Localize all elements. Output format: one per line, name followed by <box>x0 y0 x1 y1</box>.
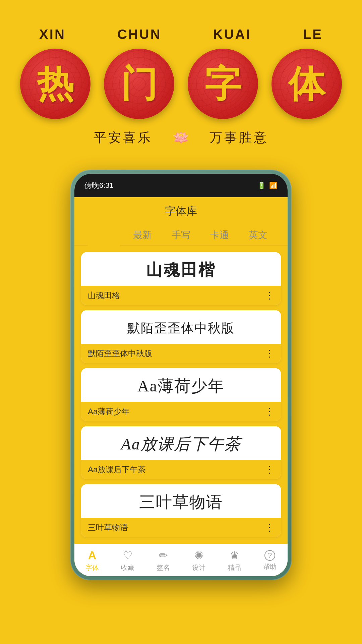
more-icon-2[interactable]: ⋮ <box>265 348 274 359</box>
font-card-2[interactable]: 默陌歪歪体中秋版 默陌歪歪体中秋版 ⋮ <box>81 310 281 363</box>
char-ti: 体 <box>288 65 325 102</box>
tabs-row[interactable]: 热门 最新 手写 卡通 英文 <box>74 222 288 246</box>
font-preview-3: Aa薄荷少年 <box>81 368 281 402</box>
blessings-row: 平安喜乐 🪷 万事胜意 <box>13 129 349 146</box>
status-icons: 🔋 📶 <box>257 181 278 190</box>
circle-zi: 字 <box>188 49 258 119</box>
bottom-nav: A 字体 ♡ 收藏 ✏ 签名 ✺ 设计 <box>74 544 288 576</box>
label-kuai: KUAI <box>213 27 251 42</box>
char-re: 热 <box>37 65 74 102</box>
nav-item-design[interactable]: ✺ 设计 <box>192 549 205 572</box>
nav-item-signature[interactable]: ✏ 签名 <box>157 549 170 572</box>
crown-icon: ♛ <box>230 549 239 562</box>
nav-item-premium[interactable]: ♛ 精品 <box>228 549 241 572</box>
font-name-5: 三叶草物语 <box>88 522 128 533</box>
font-card-footer-3: Aa薄荷少年 ⋮ <box>81 402 281 421</box>
battery-icon: 🔋 <box>257 181 266 190</box>
char-zi: 字 <box>204 65 241 102</box>
font-preview-text-1: 山魂田楷 <box>146 259 216 281</box>
tab-handwriting[interactable]: 手写 <box>165 225 197 245</box>
more-icon-5[interactable]: ⋮ <box>265 522 274 533</box>
fonts-icon: A <box>88 549 97 562</box>
font-card-footer-4: Aa放课后下午茶 ⋮ <box>81 460 281 479</box>
circle-ti: 体 <box>272 49 342 119</box>
font-preview-text-2: 默陌歪歪体中秋版 <box>127 320 235 337</box>
font-preview-text-3: Aa薄荷少年 <box>137 375 225 397</box>
more-icon-1[interactable]: ⋮ <box>265 290 274 301</box>
font-preview-1: 山魂田楷 <box>81 252 281 286</box>
more-icon-3[interactable]: ⋮ <box>265 406 274 417</box>
font-name-1: 山魂田格 <box>88 290 120 301</box>
font-preview-text-5: 三叶草物语 <box>139 491 223 513</box>
char-men: 门 <box>121 65 158 102</box>
label-xin: XIN <box>39 27 66 42</box>
font-card-footer-2: 默陌歪歪体中秋版 ⋮ <box>81 344 281 363</box>
font-cards-container: 山魂田楷 山魂田格 ⋮ 默陌歪歪体中秋版 默陌歪歪体中秋版 <box>74 246 288 544</box>
tab-cartoon[interactable]: 卡通 <box>203 225 236 245</box>
wifi-icon: 📶 <box>269 181 278 190</box>
circle-re: 热 <box>20 49 90 119</box>
font-card-footer-5: 三叶草物语 ⋮ <box>81 518 281 537</box>
phone-inner: 傍晚6:31 🔋 📶 字体库 热门 最新 手写 卡通 英文 <box>74 174 288 576</box>
nav-item-fonts[interactable]: A 字体 <box>85 549 99 572</box>
phone-wrapper: 傍晚6:31 🔋 📶 字体库 热门 最新 手写 卡通 英文 <box>0 160 362 600</box>
lotus-icon: 🪷 <box>173 130 189 146</box>
blessing-left: 平安喜乐 <box>94 129 153 146</box>
font-card-3[interactable]: Aa薄荷少年 Aa薄荷少年 ⋮ <box>81 368 281 421</box>
app-title: 字体库 <box>74 197 288 222</box>
font-name-3: Aa薄荷少年 <box>88 406 130 417</box>
pen-icon: ✏ <box>159 549 168 562</box>
app-screen: 字体库 热门 最新 手写 卡通 英文 山魂田楷 <box>74 197 288 576</box>
nav-label-favorites: 收藏 <box>121 563 134 572</box>
nav-label-help: 帮助 <box>263 562 277 571</box>
font-preview-5: 三叶草物语 <box>81 484 281 518</box>
nav-item-favorites[interactable]: ♡ 收藏 <box>121 549 134 572</box>
nav-label-signature: 签名 <box>157 563 170 572</box>
font-card-4[interactable]: Aa放课后下午茶 Aa放课后下午茶 ⋮ <box>81 426 281 479</box>
help-icon: ? <box>264 550 275 561</box>
heart-icon: ♡ <box>123 549 133 562</box>
labels-row: XIN CHUN KUAI LE <box>13 27 349 42</box>
nav-label-fonts: 字体 <box>85 563 99 572</box>
tab-hot[interactable]: 热门 <box>88 225 120 245</box>
circle-men: 门 <box>104 49 174 119</box>
status-bar: 傍晚6:31 🔋 📶 <box>74 174 288 197</box>
font-preview-text-4: Aa放课后下午茶 <box>121 433 241 455</box>
font-name-2: 默陌歪歪体中秋版 <box>88 348 152 359</box>
circles-row: 热 门 字 体 <box>13 49 349 119</box>
label-chun: CHUN <box>117 27 162 42</box>
font-card-5[interactable]: 三叶草物语 三叶草物语 ⋮ <box>81 484 281 537</box>
tab-new[interactable]: 最新 <box>126 225 159 245</box>
phone-outer: 傍晚6:31 🔋 📶 字体库 热门 最新 手写 卡通 英文 <box>70 170 292 580</box>
more-icon-4[interactable]: ⋮ <box>265 464 274 475</box>
label-le: LE <box>303 27 323 42</box>
font-name-4: Aa放课后下午茶 <box>88 464 146 475</box>
nav-label-design: 设计 <box>192 563 205 572</box>
font-preview-2: 默陌歪歪体中秋版 <box>81 310 281 344</box>
top-section: XIN CHUN KUAI LE 热 门 字 体 平安喜乐 🪷 万事胜意 <box>0 0 362 160</box>
nav-item-help[interactable]: ? 帮助 <box>263 550 277 571</box>
font-preview-4: Aa放课后下午茶 <box>81 426 281 460</box>
font-card-1[interactable]: 山魂田楷 山魂田格 ⋮ <box>81 252 281 305</box>
font-card-footer-1: 山魂田格 ⋮ <box>81 286 281 305</box>
design-icon: ✺ <box>194 549 203 562</box>
tab-english[interactable]: 英文 <box>242 225 274 245</box>
status-time: 傍晚6:31 <box>84 180 114 191</box>
nav-label-premium: 精品 <box>228 563 241 572</box>
blessing-right: 万事胜意 <box>209 129 268 146</box>
